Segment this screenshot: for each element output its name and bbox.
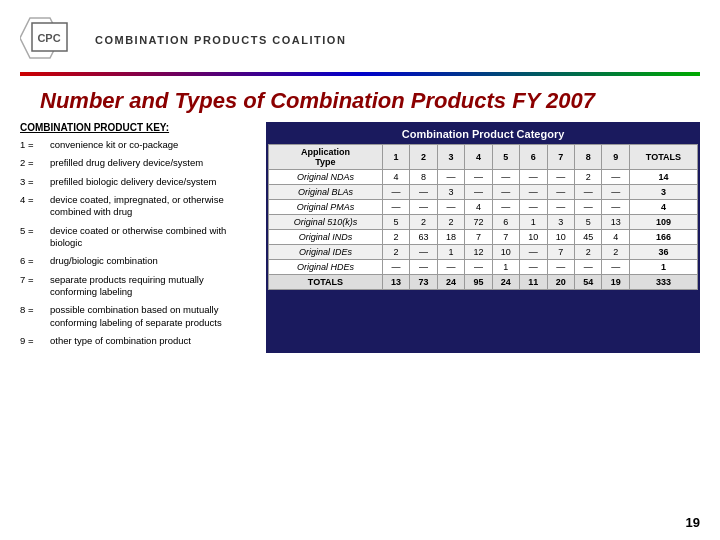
data-cell: 3 [547,215,574,230]
col-totals: TOTALS [629,145,697,170]
data-cell: — [410,260,437,275]
data-cell: — [382,260,409,275]
data-cell: — [382,185,409,200]
app-type-cell: Original NDAs [269,170,383,185]
data-cell: 18 [437,230,464,245]
data-cell: 2 [382,230,409,245]
col-2: 2 [410,145,437,170]
app-type-cell: Original BLAs [269,185,383,200]
data-cell: 5 [382,215,409,230]
data-cell: 10 [492,245,519,260]
key-desc: possible combination based on mutually c… [50,304,250,329]
data-cell: 2 [574,170,601,185]
data-cell: — [547,185,574,200]
table-row: Original BLAs——3——————3 [269,185,698,200]
data-cell: 24 [492,275,519,290]
data-cell: 24 [437,275,464,290]
data-cell: — [547,260,574,275]
data-cell: 10 [520,230,547,245]
key-num: 4 = [20,194,50,219]
data-cell: 166 [629,230,697,245]
data-cell: 4 [382,170,409,185]
combo-category-header: Combination Product Category [268,124,698,144]
data-cell: — [492,200,519,215]
data-cell: — [437,260,464,275]
data-cell: 13 [602,215,629,230]
table-row: TOTALS137324952411205419333 [269,275,698,290]
key-item: 9 =other type of combination product [20,335,250,347]
data-cell: 2 [574,245,601,260]
col-1: 1 [382,145,409,170]
data-cell: 73 [410,275,437,290]
main-content: COMBINATION PRODUCT KEY: 1 =convenience … [0,122,720,353]
data-cell: 1 [629,260,697,275]
key-desc: prefilled biologic delivery device/syste… [50,176,216,188]
data-cell: 54 [574,275,601,290]
data-cell: 72 [465,215,492,230]
data-cell: 1 [492,260,519,275]
page-title: Number and Types of Combination Products… [0,84,720,122]
key-items: 1 =convenience kit or co-package2 =prefi… [20,139,250,347]
key-num: 1 = [20,139,50,151]
header: CPC COMBINATION PRODUCTS COALITION [0,0,720,70]
col-6: 6 [520,145,547,170]
data-cell: 2 [382,245,409,260]
app-type-cell: Original PMAs [269,200,383,215]
data-cell: — [574,185,601,200]
data-cell: — [465,170,492,185]
data-cell: — [520,200,547,215]
key-num: 2 = [20,157,50,169]
data-cell: — [410,185,437,200]
col-app-type: ApplicationType [269,145,383,170]
table-row: Original IDEs2—11210—72236 [269,245,698,260]
data-table: ApplicationType 1 2 3 4 5 6 7 8 9 TOTALS… [268,144,698,290]
table-row: Original PMAs———4—————4 [269,200,698,215]
table-row: Original 510(k)s52272613513109 [269,215,698,230]
data-cell: — [602,170,629,185]
data-cell: 7 [465,230,492,245]
key-item: 1 =convenience kit or co-package [20,139,250,151]
key-desc: convenience kit or co-package [50,139,178,151]
data-cell: — [520,170,547,185]
data-cell: 20 [547,275,574,290]
data-cell: — [547,200,574,215]
data-cell: — [520,245,547,260]
data-cell: 4 [602,230,629,245]
data-cell: 6 [492,215,519,230]
app-type-cell: Original IDEs [269,245,383,260]
key-item: 5 =device coated or otherwise combined w… [20,225,250,250]
data-cell: 4 [465,200,492,215]
table-row: Original HDEs————1————1 [269,260,698,275]
data-cell: — [602,260,629,275]
data-cell: 333 [629,275,697,290]
key-item: 8 =possible combination based on mutuall… [20,304,250,329]
data-cell: 95 [465,275,492,290]
data-cell: — [410,200,437,215]
svg-text:CPC: CPC [37,32,60,44]
data-cell: — [437,200,464,215]
data-cell: 4 [629,200,697,215]
data-cell: 2 [602,245,629,260]
col-7: 7 [547,145,574,170]
data-cell: — [382,200,409,215]
key-desc: separate products requiring mutually con… [50,274,250,299]
key-desc: device coated or otherwise combined with… [50,225,250,250]
data-cell: — [465,185,492,200]
data-cell: 10 [547,230,574,245]
data-cell: — [574,200,601,215]
key-desc: device coated, impregnated, or otherwise… [50,194,250,219]
data-cell: — [437,170,464,185]
data-cell: 8 [410,170,437,185]
data-cell: 14 [629,170,697,185]
data-cell: — [547,170,574,185]
data-cell: 63 [410,230,437,245]
data-cell: 7 [492,230,519,245]
data-cell: 11 [520,275,547,290]
data-cell: 19 [602,275,629,290]
header-org-name: COMBINATION PRODUCTS COALITION [95,34,346,46]
data-cell: 3 [437,185,464,200]
data-cell: — [574,260,601,275]
data-cell: — [410,245,437,260]
table-row: Original NDAs48—————2—14 [269,170,698,185]
app-type-cell: Original HDEs [269,260,383,275]
